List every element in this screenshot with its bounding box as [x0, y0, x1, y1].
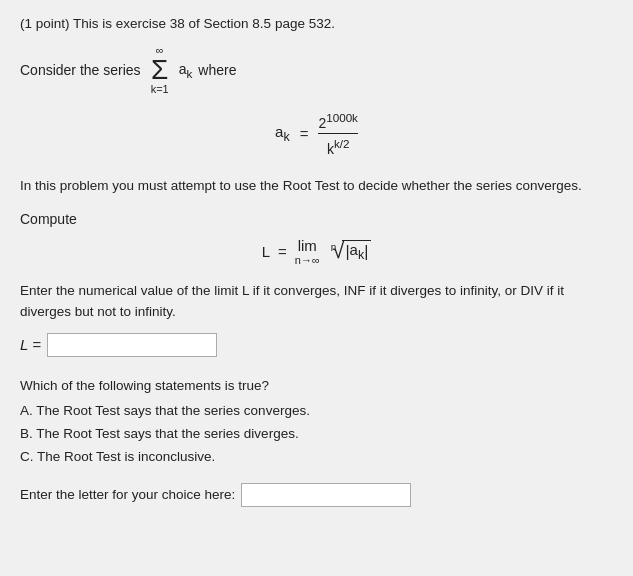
sigma-notation: ∞ Σ k=1: [151, 45, 169, 95]
sigma-symbol: Σ: [151, 56, 168, 84]
choice-c: C. The Root Test is inconclusive.: [20, 446, 613, 469]
statements-section: Which of the following statements is tru…: [20, 375, 613, 469]
ak-sub: k: [186, 66, 192, 79]
choice-a: A. The Root Test says that the series co…: [20, 400, 613, 423]
L-label: L: [262, 243, 270, 260]
info-text: In this problem you must attempt to use …: [20, 176, 613, 196]
compute-label: Compute: [20, 211, 613, 227]
lim-block: lim n→∞: [295, 237, 320, 266]
abs-val: | ak |: [345, 241, 368, 262]
lim-word: lim: [298, 237, 317, 254]
root-content: | ak |: [342, 240, 371, 262]
lim-sub: n→∞: [295, 254, 320, 266]
ak-denominator: kk/2: [327, 135, 350, 157]
consider-suffix: where: [198, 62, 236, 78]
l-input-row: L =: [20, 333, 613, 357]
statements-question: Which of the following statements is tru…: [20, 375, 613, 398]
lim-formula: L = lim n→∞ n √ | ak |: [262, 237, 372, 266]
header-label: (1 point) This is exercise 38 of Section…: [20, 16, 335, 31]
l-input-field[interactable]: [47, 333, 217, 357]
ak-equals: =: [300, 125, 309, 142]
letter-row: Enter the letter for your choice here:: [20, 483, 613, 507]
abs-a: ak: [350, 241, 365, 262]
consider-prefix: Consider the series: [20, 62, 141, 78]
ak-lhs: ak: [275, 123, 290, 144]
l-input-label: L =: [20, 336, 41, 353]
enter-text: Enter the numerical value of the limit L…: [20, 280, 613, 323]
choice-b: B. The Root Test says that the series di…: [20, 423, 613, 446]
sigma-sub: k=1: [151, 84, 169, 95]
denominator-exp: k/2: [334, 137, 350, 150]
header-text: (1 point) This is exercise 38 of Section…: [20, 16, 613, 31]
ak-numerator: 21000k: [318, 111, 358, 134]
ak-lhs-sub: k: [283, 130, 289, 144]
root-index: n: [331, 242, 337, 253]
numerator-exp: 1000k: [326, 111, 358, 124]
lim-formula-container: L = lim n→∞ n √ | ak |: [20, 237, 613, 266]
ak-term: ak: [179, 61, 193, 80]
letter-row-label: Enter the letter for your choice here:: [20, 487, 235, 502]
ak-formula: ak = 21000k kk/2: [275, 111, 358, 156]
lim-equals: =: [278, 243, 287, 260]
ak-formula-container: ak = 21000k kk/2: [20, 111, 613, 156]
nth-root: n √ | ak |: [328, 240, 372, 262]
consider-row: Consider the series ∞ Σ k=1 ak where: [20, 45, 613, 95]
letter-input-field[interactable]: [241, 483, 411, 507]
ak-fraction: 21000k kk/2: [318, 111, 358, 156]
